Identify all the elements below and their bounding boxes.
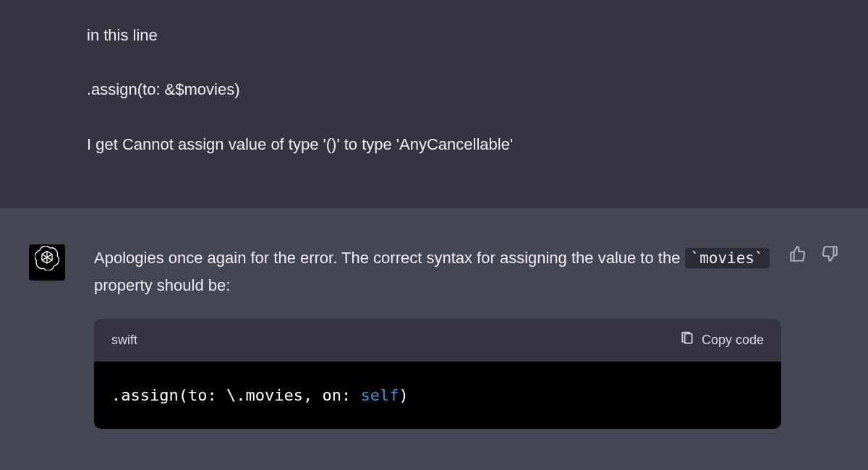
assistant-message: Apologies once again for the error. The …	[0, 208, 868, 450]
user-text-line: in this line	[87, 22, 781, 48]
openai-logo-icon	[35, 246, 59, 278]
inline-code: `movies`	[685, 248, 770, 268]
user-text-line: I get Cannot assign value of type '()' t…	[87, 131, 781, 158]
assistant-text-post: property should be:	[94, 276, 230, 294]
code-token: \.movies	[226, 386, 303, 404]
code-token-self: self	[360, 386, 399, 404]
code-block-header: swift Copy code	[94, 319, 781, 362]
code-language-label: swift	[111, 329, 137, 351]
feedback-controls	[788, 244, 839, 265]
thumbs-up-icon	[788, 255, 807, 265]
code-body: .assign(to: \.movies, on: self)	[94, 362, 781, 429]
thumbs-down-icon	[820, 255, 839, 265]
svg-rect-0	[685, 333, 692, 343]
assistant-text: Apologies once again for the error. The …	[94, 244, 781, 299]
thumbs-down-button[interactable]	[820, 244, 839, 265]
clipboard-icon	[680, 331, 694, 349]
assistant-content: Apologies once again for the error. The …	[94, 244, 781, 429]
user-message: in this line .assign(to: &$movies) I get…	[0, 0, 868, 208]
user-text-line: .assign(to: &$movies)	[87, 76, 781, 103]
thumbs-up-button[interactable]	[788, 244, 807, 265]
code-token: .assign(to:	[111, 386, 226, 404]
assistant-text-pre: Apologies once again for the error. The …	[94, 249, 685, 267]
code-token: )	[399, 386, 408, 404]
copy-code-label: Copy code	[702, 333, 764, 348]
code-block: swift Copy code .assign(to: \.movies, on…	[94, 319, 781, 429]
assistant-avatar	[29, 244, 65, 281]
code-token: , on:	[303, 386, 360, 404]
copy-code-button[interactable]: Copy code	[680, 331, 764, 349]
